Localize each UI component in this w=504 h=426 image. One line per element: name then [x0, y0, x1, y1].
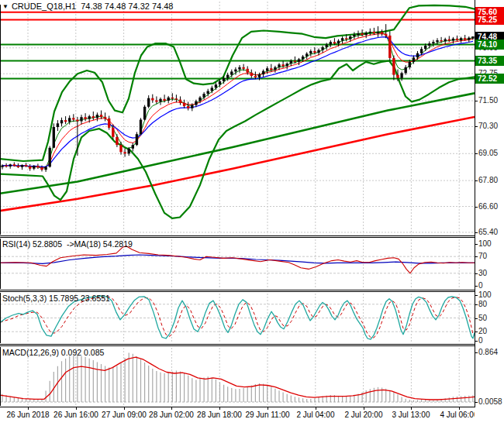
- ohlc-readout: 74.38 74.48 74.32 74.48: [81, 2, 173, 11]
- stochastic-label: Stoch(5,3,3) 15.7895 23.6551: [2, 294, 110, 303]
- time-tick-mark: [411, 407, 412, 410]
- rsi-scale-label: 100: [478, 239, 492, 248]
- time-tick-mark: [364, 407, 364, 410]
- price-tick-label: 69.05: [478, 149, 498, 157]
- time-tick-mark: [459, 407, 460, 410]
- macd-scale-label: 0.0058: [478, 397, 502, 406]
- rsi-label: RSI(14) 52.8805 ->MA(18) 54.2819: [2, 239, 133, 249]
- symbol-label: CRUDE_Q18,H1: [12, 2, 76, 11]
- stoch-scale-label: 0: [478, 336, 483, 345]
- price-level-badge: 75.25: [475, 15, 504, 25]
- fast-moving-averages-layer: [2, 33, 473, 168]
- price-level-badge: 72.52: [475, 74, 504, 84]
- rsi-lines-layer: [0, 246, 475, 273]
- macd-label: MACD(12,26,9) 0.092 0.085: [2, 348, 104, 357]
- stoch-scale-label: 80: [478, 300, 487, 308]
- price-tick-label: 65.40: [478, 228, 498, 236]
- rsi-scale-label: 0: [478, 281, 483, 290]
- price-level-badge: 74.10: [475, 40, 504, 50]
- time-tick-mark: [219, 407, 220, 410]
- time-axis[interactable]: 26 Jun 201826 Jun 16:0027 Jun 09:0028 Ju…: [0, 407, 504, 426]
- price-tick-label: 67.80: [478, 176, 498, 184]
- time-tick-mark: [171, 407, 172, 410]
- stoch-scale-label: 20: [478, 327, 487, 335]
- price-tick-label: 66.60: [478, 202, 498, 211]
- rsi-scale-label: 30: [478, 269, 487, 277]
- chart-title: ▼CRUDE_Q18,H1 74.38 74.48 74.32 74.48: [2, 2, 173, 11]
- stoch-scale-label: 100: [478, 290, 492, 299]
- time-tick-mark: [124, 407, 125, 410]
- price-tick-label: 71.50: [478, 96, 498, 105]
- macd-signal-layer: [0, 357, 475, 400]
- price-tick-label: 70.30: [478, 122, 498, 130]
- pane-separator[interactable]: [0, 290, 504, 292]
- price-axis-column[interactable]: 73.9572.7571.5070.3069.0567.8066.6065.40…: [475, 0, 504, 426]
- rsi-scale-label: 70: [478, 252, 487, 260]
- macd-scale-label: 0.864: [478, 348, 498, 356]
- price-axis-border: [475, 0, 475, 407]
- symbol-dropdown-icon[interactable]: ▼: [2, 3, 9, 10]
- time-axis-border: [0, 407, 504, 407]
- time-tick-mark: [316, 407, 316, 410]
- pane-separator[interactable]: [0, 344, 504, 346]
- stoch-scale-label: 50: [478, 314, 487, 322]
- bollinger-bands-layer: [0, 5, 475, 218]
- main-price-chart[interactable]: [0, 0, 475, 235]
- pane-separator[interactable]: [0, 235, 504, 238]
- time-tick-mark: [76, 407, 77, 410]
- price-level-badge: 73.35: [475, 56, 504, 66]
- trading-terminal-window: ▼CRUDE_Q18,H1 74.38 74.48 74.32 74.48 RS…: [0, 0, 504, 426]
- long-moving-averages-layer: [0, 93, 475, 211]
- time-tick-mark: [268, 407, 268, 410]
- time-tick-mark: [28, 407, 29, 410]
